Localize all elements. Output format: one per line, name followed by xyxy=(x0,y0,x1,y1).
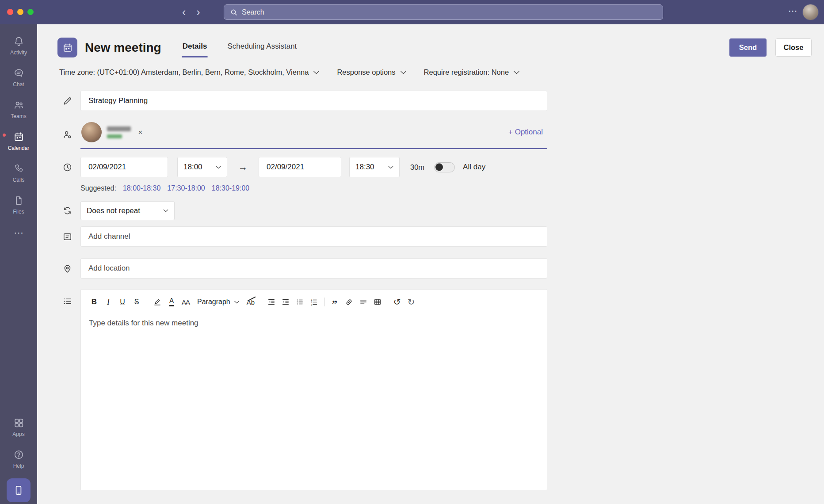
sidebar-item-more[interactable]: ⋯ xyxy=(0,221,37,245)
mobile-device-button[interactable] xyxy=(7,478,31,502)
font-size-button[interactable]: AA xyxy=(179,295,193,309)
bulleted-list-button[interactable] xyxy=(293,295,307,309)
search-input[interactable]: Search xyxy=(224,4,663,20)
font-color-button[interactable]: A xyxy=(164,295,179,309)
italic-button[interactable]: I xyxy=(101,295,115,309)
table-icon xyxy=(374,298,381,306)
tab-details[interactable]: Details xyxy=(182,38,208,57)
chevron-down-icon xyxy=(234,301,239,304)
sidebar-label: Calendar xyxy=(8,145,30,151)
sidebar-item-calls[interactable]: Calls xyxy=(0,157,37,189)
meeting-title-value: Strategy Planning xyxy=(88,96,148,105)
more-apps-icon: ⋯ xyxy=(14,228,23,238)
start-date-value: 02/09/2021 xyxy=(88,163,126,172)
clear-formatting-button[interactable]: Ab xyxy=(244,295,258,309)
paragraph-style-dropdown[interactable]: Paragraph xyxy=(193,295,244,309)
redo-button[interactable]: ↻ xyxy=(404,295,418,309)
meeting-title-input[interactable]: Strategy Planning xyxy=(80,91,547,111)
add-channel-input[interactable]: Add channel xyxy=(80,226,547,247)
outdent-icon xyxy=(267,298,275,306)
suggested-time-link[interactable]: 18:00-18:30 xyxy=(123,184,160,192)
back-button[interactable]: ‹ xyxy=(182,7,186,18)
send-button[interactable]: Send xyxy=(729,38,767,57)
undo-button[interactable]: ↺ xyxy=(390,295,404,309)
numbered-list-button[interactable]: 1 2 3 xyxy=(307,295,321,309)
repeat-row: Does not repeat xyxy=(57,201,824,220)
pencil-icon xyxy=(57,96,77,106)
sidebar-item-files[interactable]: Files xyxy=(0,189,37,221)
close-window-button[interactable] xyxy=(7,9,13,15)
insert-link-button[interactable] xyxy=(342,295,356,309)
sidebar-item-help[interactable]: Help xyxy=(0,443,37,475)
strikethrough-button[interactable]: S xyxy=(130,295,144,309)
response-options-label: Response options xyxy=(337,68,395,76)
suggested-time-link[interactable]: 18:30-19:00 xyxy=(212,184,249,192)
meeting-details-input[interactable]: Type details for this new meeting xyxy=(81,309,547,490)
sidebar-item-calendar[interactable]: Calendar xyxy=(0,125,37,157)
help-icon xyxy=(13,449,24,460)
close-button[interactable]: Close xyxy=(775,38,812,57)
attendee-chip[interactable]: ✕ xyxy=(81,122,143,142)
indent-button[interactable] xyxy=(278,295,293,309)
link-icon xyxy=(345,298,353,306)
end-date-value: 02/09/2021 xyxy=(267,163,304,172)
search-icon xyxy=(230,9,237,16)
attendees-row: ✕ + Optional xyxy=(57,120,824,149)
underline-button[interactable]: U xyxy=(115,295,130,309)
forward-button[interactable]: › xyxy=(196,7,200,18)
tab-scheduling-assistant[interactable]: Scheduling Assistant xyxy=(226,38,298,57)
location-pin-icon xyxy=(57,263,77,274)
agenda-list-icon xyxy=(57,296,77,306)
timezone-selector[interactable]: Time zone: (UTC+01:00) Amsterdam, Berlin… xyxy=(59,68,319,76)
remove-attendee-icon[interactable]: ✕ xyxy=(138,129,143,136)
meeting-form: Strategy Planning xyxy=(37,91,824,490)
details-row: B I U S A AA xyxy=(57,289,824,490)
more-options-icon[interactable]: ⋯ xyxy=(788,6,798,16)
all-day-toggle[interactable] xyxy=(434,162,455,172)
app-sidebar: Activity Chat Teams Calendar xyxy=(0,24,37,504)
chevron-down-icon xyxy=(313,71,319,74)
minimize-window-button[interactable] xyxy=(17,9,23,15)
end-date-input[interactable]: 02/09/2021 xyxy=(259,157,341,177)
title-row: Strategy Planning xyxy=(57,91,824,111)
require-registration-selector[interactable]: Require registration: None xyxy=(424,68,520,76)
meeting-options-row: Time zone: (UTC+01:00) Amsterdam, Berlin… xyxy=(59,68,824,76)
search-placeholder: Search xyxy=(242,8,264,16)
sidebar-item-chat[interactable]: Chat xyxy=(0,61,37,93)
end-time-dropdown[interactable]: 18:30 xyxy=(349,157,400,177)
paragraph-style-value: Paragraph xyxy=(197,298,230,306)
bold-button[interactable]: B xyxy=(87,295,101,309)
chevron-down-icon xyxy=(514,71,519,74)
attendee-info-redacted xyxy=(107,126,131,138)
add-location-input[interactable]: Add location xyxy=(80,258,547,279)
clock-icon xyxy=(57,162,77,172)
new-meeting-calendar-icon xyxy=(57,38,77,57)
attendee-avatar xyxy=(81,122,102,142)
new-meeting-panel: New meeting Details Scheduling Assistant… xyxy=(37,24,824,504)
repeat-dropdown[interactable]: Does not repeat xyxy=(80,201,175,220)
start-time-dropdown[interactable]: 18:00 xyxy=(177,157,227,177)
teams-window: ‹ › Search ⋯ Activity Chat xyxy=(0,0,824,504)
required-attendees-input[interactable]: ✕ + Optional xyxy=(80,120,547,149)
toolbar-divider xyxy=(324,298,324,306)
response-options-selector[interactable]: Response options xyxy=(337,68,406,76)
sidebar-label: Help xyxy=(13,463,24,469)
insert-table-button[interactable] xyxy=(370,295,385,309)
add-person-icon xyxy=(57,130,77,140)
blockquote-button[interactable]: ” xyxy=(328,295,342,309)
sidebar-item-teams[interactable]: Teams xyxy=(0,93,37,125)
teams-people-icon xyxy=(13,99,24,111)
sidebar-label: Files xyxy=(13,209,24,215)
start-time-value: 18:00 xyxy=(183,163,202,172)
profile-avatar[interactable] xyxy=(802,4,819,20)
add-optional-attendees-link[interactable]: + Optional xyxy=(508,128,546,137)
zoom-window-button[interactable] xyxy=(27,9,34,15)
suggested-time-link[interactable]: 17:30-18:00 xyxy=(167,184,205,192)
highlight-button[interactable] xyxy=(150,295,164,309)
start-date-input[interactable]: 02/09/2021 xyxy=(80,157,168,177)
horizontal-rule-button[interactable] xyxy=(356,295,370,309)
sidebar-item-apps[interactable]: Apps xyxy=(0,411,37,443)
outdent-button[interactable] xyxy=(264,295,278,309)
repeat-icon xyxy=(57,206,77,216)
sidebar-item-activity[interactable]: Activity xyxy=(0,30,37,61)
